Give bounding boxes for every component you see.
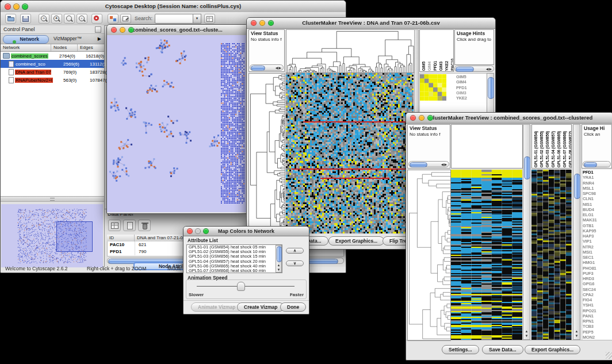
column-label[interactable]: GIM3 bbox=[438, 62, 443, 71]
column-label[interactable]: GPL51-02 (GSM855) bbox=[539, 131, 544, 167]
save-data-button[interactable]: Save Data... bbox=[482, 345, 523, 354]
animate-vizmap-button[interactable]: Animate Vizmap bbox=[191, 302, 243, 312]
heatmap-canvas[interactable] bbox=[451, 170, 522, 340]
gene-label[interactable]: CPA2 bbox=[583, 292, 612, 297]
strip-vscrollbar[interactable]: ▲ ▼ bbox=[573, 124, 580, 340]
settings-button[interactable]: Settings... bbox=[442, 345, 479, 354]
gene-label[interactable]: SEC1 bbox=[583, 255, 612, 260]
gene-label[interactable]: FIG4 bbox=[583, 297, 612, 302]
gene-label[interactable]: RNR4 bbox=[583, 181, 612, 186]
gene-label[interactable]: PHO81 bbox=[583, 266, 612, 271]
zoom-window-icon[interactable] bbox=[128, 27, 134, 33]
column-label[interactable]: GPL51-03 (GSM856) bbox=[545, 131, 550, 167]
zoom-out-button[interactable]: − bbox=[39, 14, 49, 24]
gene-label[interactable]: YKE2 bbox=[456, 95, 476, 101]
main-title-bar[interactable]: Cytoscape Desktop (Session Name: collins… bbox=[1, 1, 346, 13]
usage-hints-hscrollbar[interactable]: ◀▶ bbox=[454, 66, 494, 72]
view-status-hscrollbar[interactable]: ◀▶ bbox=[250, 64, 284, 71]
minimize-icon[interactable] bbox=[259, 20, 265, 26]
gene-label[interactable]: NTR2 bbox=[583, 244, 612, 250]
column-label[interactable]: GIM4 bbox=[427, 62, 432, 71]
gene-label[interactable]: GIM5 bbox=[456, 74, 476, 79]
save-session-button[interactable] bbox=[20, 14, 31, 24]
zoom-window-icon[interactable] bbox=[22, 3, 28, 10]
minimize-icon[interactable] bbox=[13, 3, 20, 10]
usage-hints-hscrollbar[interactable] bbox=[583, 161, 611, 167]
zoom-window-icon[interactable] bbox=[268, 20, 274, 26]
done-button[interactable]: Done bbox=[280, 302, 306, 312]
network-table-row[interactable]: combined_sco2569(6)13112(15) bbox=[1, 60, 104, 68]
gene-label[interactable]: RPN1 bbox=[583, 319, 612, 324]
gene-label[interactable]: SEC24 bbox=[583, 287, 612, 292]
export-graphics-button[interactable]: Export Graphics... bbox=[525, 345, 580, 354]
network-table-row[interactable]: combined_scores2764(0)16218(0) bbox=[1, 52, 104, 60]
attribute-list[interactable]: GPL51-01 (GSM854) heat shock 05 minGPL51… bbox=[186, 244, 282, 273]
tab-vizmapper[interactable]: VizMapper™ bbox=[53, 35, 82, 43]
network-table-row[interactable]: RNAPuberNov2+I563(0)107847(0) bbox=[1, 76, 104, 84]
heatmap-vscrollbar[interactable]: ▲ ▼ bbox=[523, 124, 530, 340]
table-mode-button[interactable] bbox=[108, 220, 121, 231]
minimize-icon[interactable] bbox=[419, 115, 424, 121]
search-input[interactable] bbox=[155, 14, 194, 24]
tab-overflow-icon[interactable]: ▶ bbox=[98, 35, 101, 43]
minimize-icon[interactable] bbox=[195, 228, 201, 234]
attribute-item[interactable]: GPL51-07 (GSM868) heat shock 60 min bbox=[187, 269, 276, 273]
panel-splitter[interactable] bbox=[1, 196, 104, 202]
gene-label[interactable]: HAP3 bbox=[583, 233, 612, 239]
network-table-row[interactable]: DNA and Tran 07769(0)183728(0) bbox=[1, 68, 104, 76]
correlation-matrix-canvas[interactable] bbox=[420, 74, 446, 101]
create-vizmap-button[interactable]: Create Vizmap bbox=[237, 302, 284, 312]
open-session-button[interactable] bbox=[5, 14, 16, 24]
move-down-button[interactable]: ∨ bbox=[286, 260, 304, 266]
gene-label[interactable]: BUD4 bbox=[583, 207, 612, 212]
network-graph-canvas[interactable] bbox=[107, 35, 247, 212]
close-icon[interactable] bbox=[251, 20, 257, 26]
column-label[interactable]: GPL51-06 (GSM865) bbox=[556, 131, 561, 167]
gene-label[interactable]: GPI16 bbox=[583, 281, 612, 286]
gene-label[interactable]: MON2 bbox=[583, 335, 612, 340]
help-lifering-icon[interactable] bbox=[91, 14, 102, 24]
resize-grip[interactable] bbox=[606, 352, 612, 359]
speed-slider-thumb[interactable] bbox=[237, 282, 245, 291]
gene-label[interactable]: MSI1 bbox=[583, 250, 612, 255]
gene-label[interactable]: MSL1 bbox=[583, 186, 612, 191]
gene-label[interactable]: YSH1 bbox=[583, 302, 612, 308]
treeview2-gene-list[interactable]: PFD1YRA1RNR4MSL1SPC98CLN1NIS1BUD4ELG1MAK… bbox=[583, 170, 612, 340]
speed-slider-track[interactable] bbox=[197, 286, 294, 288]
treeview2-column-labels[interactable]: GPL51-01 (GSM854)GPL51-02 (GSM855)GPL51-… bbox=[531, 124, 572, 168]
zoom-selected-button[interactable]: ▫ bbox=[76, 14, 87, 24]
network-view-title-bar[interactable]: combined_scores_good.txt--cluste... bbox=[107, 25, 248, 36]
gene-label[interactable]: RPO21 bbox=[583, 308, 612, 313]
column-dendrogram-canvas[interactable] bbox=[286, 29, 415, 73]
column-label[interactable]: PAC10 bbox=[450, 59, 454, 71]
attribute-browser-icon[interactable] bbox=[204, 14, 215, 24]
dialog-title-bar[interactable]: Map Colors to Network bbox=[183, 227, 309, 236]
gene-label[interactable]: PUF3 bbox=[583, 271, 612, 276]
close-icon[interactable] bbox=[5, 3, 11, 10]
zoom-window-icon[interactable] bbox=[427, 115, 433, 121]
gene-label[interactable]: HRD3 bbox=[583, 276, 612, 281]
gene-label[interactable]: GTB1 bbox=[583, 223, 612, 228]
gene-label[interactable]: SPC98 bbox=[583, 191, 612, 196]
treeview2-title-bar[interactable]: ClusterMaker TreeView : combined_scores_… bbox=[406, 113, 612, 124]
treeview1-column-labels[interactable]: GIM5GIM4PFD1GIM3YKE2PAC10 bbox=[419, 29, 454, 72]
zoom-in-button[interactable]: + bbox=[51, 14, 62, 24]
gene-label[interactable]: NIS1 bbox=[583, 202, 612, 207]
minimize-icon[interactable] bbox=[120, 27, 125, 33]
gene-label[interactable]: HMG1 bbox=[583, 260, 612, 265]
annotation-icon[interactable] bbox=[120, 14, 131, 24]
secondary-heatmap-canvas[interactable] bbox=[531, 170, 572, 340]
column-label[interactable]: GPL51-04 (GSM857) bbox=[550, 131, 556, 167]
export-graphics-button[interactable]: Export Graphics... bbox=[328, 236, 384, 246]
gene-label[interactable]: PEP5 bbox=[583, 329, 612, 335]
tab-network[interactable]: Network bbox=[3, 35, 49, 44]
close-icon[interactable] bbox=[187, 228, 193, 234]
close-icon[interactable] bbox=[111, 27, 117, 33]
attribute-list-vscrollbar[interactable]: ▲ ▼ bbox=[276, 245, 282, 273]
zoom-fit-button[interactable] bbox=[64, 14, 75, 24]
column-label[interactable]: PFD1 bbox=[433, 61, 438, 71]
gene-label[interactable]: PAN1 bbox=[583, 313, 612, 319]
heatmap-canvas[interactable] bbox=[286, 73, 414, 233]
search-dropdown-button[interactable]: ▼ bbox=[193, 14, 201, 24]
delete-attribute-trash-icon[interactable] bbox=[138, 220, 151, 231]
